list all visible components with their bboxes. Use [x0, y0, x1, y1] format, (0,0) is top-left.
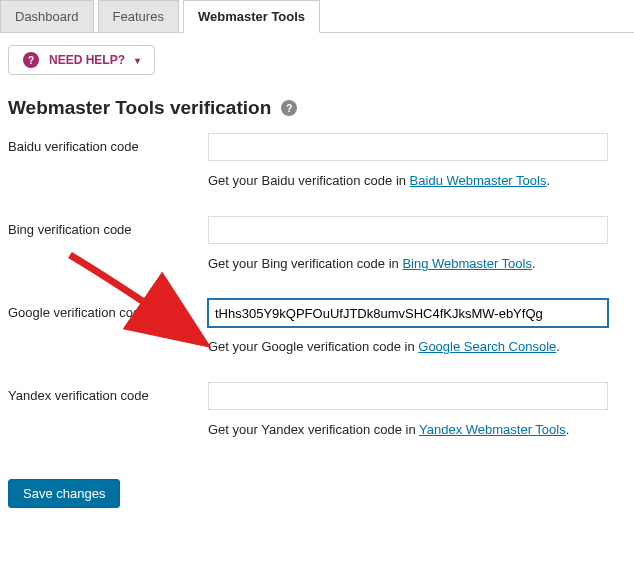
bing-input[interactable] — [208, 216, 608, 244]
save-changes-button[interactable]: Save changes — [8, 479, 120, 508]
need-help-button[interactable]: ? NEED HELP? ▾ — [8, 45, 155, 75]
google-link[interactable]: Google Search Console — [418, 339, 556, 354]
tab-webmaster-tools[interactable]: Webmaster Tools — [183, 0, 320, 33]
page-title: Webmaster Tools verification — [8, 97, 271, 119]
google-label: Google verification code — [8, 299, 208, 320]
baidu-label: Baidu verification code — [8, 133, 208, 154]
baidu-link[interactable]: Baidu Webmaster Tools — [410, 173, 547, 188]
bing-label: Bing verification code — [8, 216, 208, 237]
google-description: Get your Google verification code in Goo… — [208, 339, 626, 354]
need-help-label: NEED HELP? — [49, 53, 125, 67]
bing-description: Get your Bing verification code in Bing … — [208, 256, 626, 271]
chevron-down-icon: ▾ — [135, 55, 140, 66]
baidu-input[interactable] — [208, 133, 608, 161]
tab-dashboard[interactable]: Dashboard — [0, 0, 94, 33]
yandex-link[interactable]: Yandex Webmaster Tools — [419, 422, 566, 437]
google-input[interactable] — [208, 299, 608, 327]
info-icon[interactable]: ? — [281, 100, 297, 116]
tab-features[interactable]: Features — [98, 0, 179, 33]
tab-bar: Dashboard Features Webmaster Tools — [0, 0, 634, 33]
bing-link[interactable]: Bing Webmaster Tools — [402, 256, 532, 271]
baidu-description: Get your Baidu verification code in Baid… — [208, 173, 626, 188]
yandex-label: Yandex verification code — [8, 382, 208, 403]
yandex-description: Get your Yandex verification code in Yan… — [208, 422, 626, 437]
question-icon: ? — [23, 52, 39, 68]
yandex-input[interactable] — [208, 382, 608, 410]
